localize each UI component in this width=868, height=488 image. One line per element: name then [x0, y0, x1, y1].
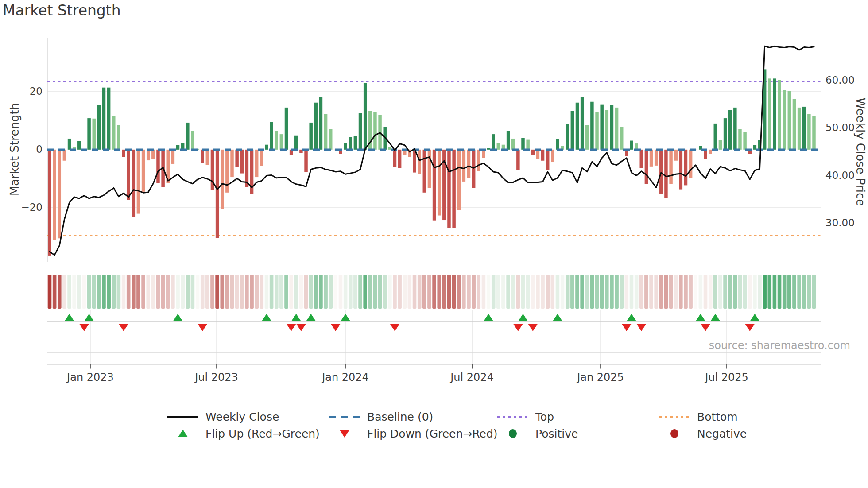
- heatmap-cell: [191, 275, 195, 309]
- heatmap-cell: [600, 275, 604, 309]
- bar: [512, 139, 515, 150]
- x-tick-label: Jan 2025: [565, 371, 636, 383]
- bar: [447, 150, 451, 228]
- heatmap-cell: [314, 275, 318, 309]
- heatmap-cell: [48, 275, 52, 309]
- bar: [576, 103, 579, 150]
- flip-up-marker: [65, 314, 74, 321]
- flip-down-marker: [513, 324, 523, 331]
- bar: [674, 150, 678, 161]
- heatmap-cell: [122, 275, 126, 309]
- heatmap-cell: [595, 275, 599, 309]
- heatmap-cell: [265, 275, 269, 309]
- bar: [225, 150, 229, 193]
- heatmap-cell: [605, 275, 609, 309]
- heatmap-cell: [482, 275, 486, 309]
- flip-up-marker: [696, 314, 705, 321]
- heatmap-cell: [585, 275, 589, 309]
- bar: [112, 116, 116, 150]
- bar: [487, 148, 490, 150]
- bar: [423, 150, 426, 193]
- heatmap-cell: [220, 275, 224, 309]
- bar: [191, 131, 194, 150]
- bar: [556, 139, 559, 150]
- heatmap-cell: [408, 275, 412, 309]
- heatmap-cell: [255, 275, 259, 309]
- bar: [344, 143, 347, 150]
- bar: [753, 145, 757, 150]
- chart-canvas: [0, 0, 868, 488]
- heatmap-cell: [807, 275, 811, 309]
- bar: [536, 150, 540, 159]
- bar: [585, 125, 589, 150]
- bar: [186, 123, 190, 150]
- legend-label: Positive: [535, 427, 578, 440]
- heatmap-cell: [245, 275, 249, 309]
- heatmap-cell: [260, 275, 264, 309]
- bar: [807, 114, 811, 150]
- heatmap-cell: [235, 275, 239, 309]
- bar: [798, 108, 801, 150]
- flip-down-marker: [198, 324, 207, 331]
- bar: [773, 78, 776, 149]
- bar: [87, 118, 91, 150]
- flip-up-marker: [484, 314, 493, 321]
- heatmap-cell: [763, 275, 767, 309]
- top-dotted-swatch: [497, 411, 528, 422]
- bar: [728, 110, 732, 150]
- bar: [595, 112, 599, 150]
- x-tick-label: Jul 2025: [691, 371, 762, 383]
- legend-item-flip-up: Flip Up (Red→Green): [167, 427, 320, 440]
- heatmap-cell: [531, 275, 535, 309]
- bar: [176, 145, 180, 150]
- bar: [314, 103, 318, 150]
- heatmap-cell: [575, 275, 579, 309]
- heatmap-cell: [728, 275, 732, 309]
- heatmap-cell: [467, 275, 471, 309]
- heatmap-cell: [368, 275, 372, 309]
- heatmap-cell: [506, 275, 510, 309]
- market-strength-chart: Market Strength Market Strength Weekly C…: [0, 0, 868, 488]
- bar: [783, 90, 786, 150]
- flip-up-marker: [262, 314, 271, 321]
- bar: [137, 150, 140, 214]
- bar: [768, 78, 771, 149]
- heatmap-cell: [753, 275, 757, 309]
- heatmap-cell: [783, 275, 787, 309]
- heatmap-cell: [733, 275, 737, 309]
- heatmap-cell: [363, 275, 367, 309]
- heatmap-cell: [205, 275, 209, 309]
- bar: [324, 114, 328, 150]
- bar: [181, 143, 185, 150]
- heatmap-cell: [797, 275, 801, 309]
- legend-item-bottom: Bottom: [659, 410, 738, 423]
- bar: [669, 150, 673, 184]
- bar: [438, 150, 441, 216]
- heatmap-cell: [743, 275, 747, 309]
- flip-down-marker: [528, 324, 538, 331]
- heatmap-cell: [748, 275, 752, 309]
- heatmap-cell: [639, 275, 643, 309]
- flip-up-marker: [711, 314, 720, 321]
- heatmap-cell: [501, 275, 505, 309]
- flip-down-marker: [390, 324, 399, 331]
- legend-label: Bottom: [697, 411, 738, 423]
- bar: [151, 150, 155, 159]
- heatmap-cell: [664, 275, 668, 309]
- heatmap-cell: [546, 275, 550, 309]
- bar: [117, 125, 120, 150]
- heatmap-cell: [516, 275, 520, 309]
- heatmap-cell: [526, 275, 530, 309]
- heatmap-cell: [127, 275, 131, 309]
- bar: [280, 134, 283, 150]
- heatmap-strip: [48, 275, 816, 309]
- price-tick-label: 60.00: [825, 74, 868, 86]
- bar: [610, 105, 614, 150]
- bar: [571, 111, 574, 150]
- heatmap-cell: [649, 275, 653, 309]
- bar: [97, 105, 101, 150]
- heatmap-cell: [62, 275, 66, 309]
- heatmap-cell: [452, 275, 456, 309]
- heatmap-cell: [67, 275, 71, 309]
- bar: [600, 105, 604, 150]
